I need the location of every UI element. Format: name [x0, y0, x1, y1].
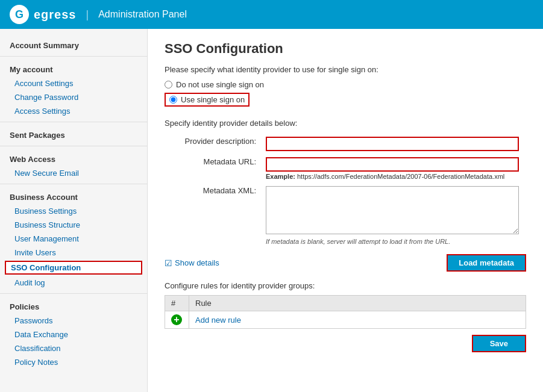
sidebar-item-data-exchange[interactable]: Data Exchange	[0, 328, 147, 341]
radio-use-sso[interactable]	[169, 96, 177, 104]
sidebar-item-invite-users[interactable]: Invite Users	[0, 246, 147, 260]
provider-input-cell	[261, 134, 526, 154]
sidebar-section-sent-packages: Sent Packages	[0, 126, 147, 142]
sidebar-section-my-account: My account	[0, 60, 147, 76]
header-separator: |	[86, 8, 89, 21]
radio-no-sso-option[interactable]: Do not use single sign on	[165, 80, 526, 89]
divider-5	[0, 293, 147, 294]
sidebar-section-business-account: Business Account	[0, 188, 147, 204]
load-metadata-button[interactable]: Load metadata	[447, 254, 526, 272]
sidebar-item-business-structure[interactable]: Business Structure	[0, 218, 147, 232]
rules-table: # Rule + Add new rule	[165, 295, 526, 329]
radio-no-sso[interactable]	[165, 81, 172, 89]
rules-table-header-row: # Rule	[165, 296, 526, 311]
divider-4	[0, 184, 147, 184]
main-content: SSO Configuration Please specify what id…	[148, 29, 543, 392]
add-rule-label-cell[interactable]: Add new rule	[189, 311, 526, 329]
add-rule-row: + Add new rule	[165, 311, 526, 329]
metadata-url-input-cell: Example: https://adfs.com/FederationMeta…	[261, 154, 526, 183]
app-header: G egress | Administration Panel	[0, 0, 543, 29]
section-subtitle: Specify identity provider details below:	[165, 119, 526, 128]
rules-section: Configure rules for identity provider gr…	[165, 281, 526, 352]
col-rule: Rule	[189, 296, 526, 311]
provider-label: Provider description:	[165, 134, 261, 154]
sidebar-item-classification[interactable]: Classification	[0, 341, 147, 355]
add-rule-icon[interactable]: +	[171, 314, 182, 325]
sso-radio-group: Do not use single sign on Use single sig…	[165, 80, 526, 110]
add-rule-text[interactable]: Add new rule	[195, 316, 241, 325]
add-rule-hash-cell: +	[165, 311, 189, 329]
sidebar-section-policies: Policies	[0, 297, 147, 314]
sidebar-item-passwords[interactable]: Passwords	[0, 314, 147, 328]
save-row: Save	[165, 335, 526, 352]
sidebar-item-audit-log[interactable]: Audit log	[0, 276, 147, 290]
show-details-row: ☑ Show details Load metadata	[165, 254, 526, 272]
sidebar-item-access-settings[interactable]: Access Settings	[0, 104, 147, 118]
checkbox-icon: ☑	[165, 258, 172, 268]
sidebar-item-account-settings[interactable]: Account Settings	[0, 76, 147, 90]
show-details-link[interactable]: ☑ Show details	[165, 258, 219, 268]
example-url: https://adfs.com/FederationMetadata/2007…	[297, 173, 504, 180]
save-button[interactable]: Save	[472, 335, 526, 352]
sidebar-item-user-management[interactable]: User Management	[0, 232, 147, 246]
divider-2	[0, 122, 147, 122]
form-table: Provider description: Metadata URL: Exam…	[165, 134, 526, 248]
metadata-url-row: Metadata URL: Example: https://adfs.com/…	[165, 154, 526, 183]
metadata-xml-textarea[interactable]	[266, 186, 519, 234]
provider-row: Provider description:	[165, 134, 526, 154]
example-label: Example:	[266, 173, 295, 180]
divider-1	[0, 56, 147, 57]
intro-text: Please specify what identity provider to…	[165, 65, 526, 74]
page-title: SSO Configuration	[165, 41, 526, 57]
sidebar: Account Summary My account Account Setti…	[0, 29, 148, 392]
header-title: Administration Panel	[98, 9, 187, 20]
sidebar-item-change-password[interactable]: Change Password	[0, 90, 147, 104]
sidebar-item-business-settings[interactable]: Business Settings	[0, 204, 147, 218]
divider-3	[0, 146, 147, 146]
col-hash: #	[165, 296, 189, 311]
metadata-url-label: Metadata URL:	[165, 154, 261, 183]
provider-description-input[interactable]	[266, 137, 519, 151]
sidebar-section-web-access: Web Access	[0, 150, 147, 166]
hint-text: If metadata is blank, server will attemp…	[266, 238, 521, 245]
metadata-xml-input-cell: If metadata is blank, server will attemp…	[261, 183, 526, 248]
sidebar-item-policy-notes[interactable]: Policy Notes	[0, 355, 147, 369]
sidebar-item-sso-configuration[interactable]: SSO Configuration	[5, 261, 142, 275]
metadata-xml-label: Metadata XML:	[165, 183, 261, 248]
rules-subtitle: Configure rules for identity provider gr…	[165, 281, 526, 290]
metadata-xml-row: Metadata XML: If metadata is blank, serv…	[165, 183, 526, 248]
example-text: Example: https://adfs.com/FederationMeta…	[266, 173, 521, 180]
main-layout: Account Summary My account Account Setti…	[0, 29, 543, 392]
logo: G egress | Administration Panel	[10, 5, 187, 24]
radio-use-sso-label: Use single sign on	[181, 95, 245, 104]
brand-name: egress	[34, 8, 77, 22]
radio-use-sso-option[interactable]: Use single sign on	[165, 93, 250, 107]
sidebar-item-new-secure-email[interactable]: New Secure Email	[0, 166, 147, 180]
radio-no-sso-label: Do not use single sign on	[176, 80, 264, 89]
metadata-url-input[interactable]	[266, 157, 519, 172]
show-details-label: Show details	[175, 258, 219, 267]
logo-icon: G	[10, 5, 29, 24]
sidebar-section-account-summary: Account Summary	[0, 36, 147, 52]
